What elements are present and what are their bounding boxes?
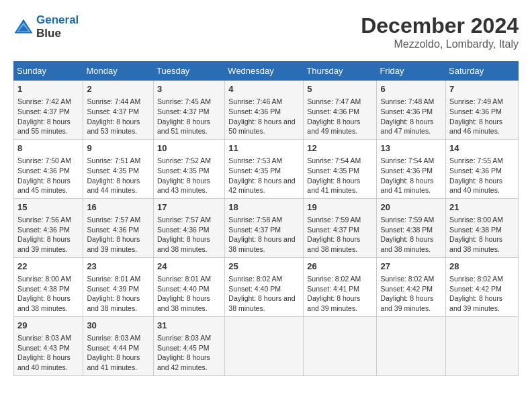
col-thursday: Thursday (304, 62, 377, 81)
cell-content: Sunrise: 7:53 AM Sunset: 4:35 PM Dayligh… (228, 156, 300, 195)
cell-content: Sunrise: 7:51 AM Sunset: 4:35 PM Dayligh… (87, 156, 150, 195)
cell-content: Sunrise: 8:03 AM Sunset: 4:45 PM Dayligh… (157, 333, 221, 373)
location: Mezzoldo, Lombardy, Italy (361, 38, 519, 50)
cell-content: Sunrise: 7:50 AM Sunset: 4:36 PM Dayligh… (17, 156, 79, 195)
calendar-table: Sunday Monday Tuesday Wednesday Thursday… (13, 61, 519, 376)
day-number: 2 (87, 83, 150, 95)
cell-content: Sunrise: 7:58 AM Sunset: 4:37 PM Dayligh… (228, 215, 300, 255)
day-number: 11 (228, 142, 300, 154)
day-number: 29 (17, 320, 79, 332)
day-number: 20 (380, 201, 442, 214)
calendar-row-3: 15 Sunrise: 7:56 AM Sunset: 4:36 PM Dayl… (14, 198, 519, 257)
calendar-cell: 25 Sunrise: 8:02 AM Sunset: 4:40 PM Dayl… (225, 257, 304, 316)
day-number: 14 (449, 142, 515, 154)
cell-content: Sunrise: 8:02 AM Sunset: 4:40 PM Dayligh… (228, 274, 300, 314)
calendar-row-2: 8 Sunrise: 7:50 AM Sunset: 4:36 PM Dayli… (14, 139, 519, 198)
month-year: December 2024 (361, 13, 519, 38)
calendar-cell: 23 Sunrise: 8:01 AM Sunset: 4:39 PM Dayl… (83, 257, 154, 316)
day-number: 12 (307, 142, 373, 154)
day-number: 1 (17, 83, 79, 95)
page-header: General Blue December 2024 Mezzoldo, Lom… (13, 13, 519, 50)
day-number: 19 (307, 201, 373, 214)
cell-content: Sunrise: 8:03 AM Sunset: 4:43 PM Dayligh… (17, 333, 79, 373)
col-monday: Monday (83, 62, 154, 81)
day-number: 22 (17, 261, 79, 273)
cell-content: Sunrise: 8:00 AM Sunset: 4:38 PM Dayligh… (449, 215, 515, 255)
cell-content: Sunrise: 8:01 AM Sunset: 4:40 PM Dayligh… (157, 274, 221, 314)
calendar-cell: 14 Sunrise: 7:55 AM Sunset: 4:36 PM Dayl… (446, 139, 519, 198)
day-number: 24 (157, 261, 221, 273)
day-number: 30 (87, 320, 150, 332)
col-wednesday: Wednesday (225, 62, 304, 81)
day-number: 15 (17, 201, 79, 214)
day-number: 10 (157, 142, 221, 154)
calendar-row-1: 1 Sunrise: 7:42 AM Sunset: 4:37 PM Dayli… (14, 81, 519, 140)
logo-text: General Blue (36, 13, 79, 40)
calendar-cell: 11 Sunrise: 7:53 AM Sunset: 4:35 PM Dayl… (225, 139, 304, 198)
calendar-cell: 8 Sunrise: 7:50 AM Sunset: 4:36 PM Dayli… (14, 139, 83, 198)
cell-content: Sunrise: 7:59 AM Sunset: 4:37 PM Dayligh… (307, 215, 373, 255)
day-number: 7 (449, 83, 515, 95)
logo: General Blue (13, 13, 79, 40)
calendar-cell (225, 316, 304, 375)
cell-content: Sunrise: 8:02 AM Sunset: 4:42 PM Dayligh… (449, 274, 515, 314)
cell-content: Sunrise: 7:57 AM Sunset: 4:36 PM Dayligh… (87, 215, 150, 255)
cell-content: Sunrise: 7:46 AM Sunset: 4:36 PM Dayligh… (228, 97, 300, 136)
day-number: 31 (157, 320, 221, 332)
col-sunday: Sunday (14, 62, 83, 81)
cell-content: Sunrise: 7:47 AM Sunset: 4:36 PM Dayligh… (307, 97, 373, 136)
header-row: Sunday Monday Tuesday Wednesday Thursday… (14, 62, 519, 81)
calendar-cell: 5 Sunrise: 7:47 AM Sunset: 4:36 PM Dayli… (304, 81, 377, 140)
calendar-cell: 21 Sunrise: 8:00 AM Sunset: 4:38 PM Dayl… (446, 198, 519, 257)
day-number: 23 (87, 261, 150, 273)
calendar-cell: 15 Sunrise: 7:56 AM Sunset: 4:36 PM Dayl… (14, 198, 83, 257)
calendar-cell (304, 316, 377, 375)
day-number: 6 (380, 83, 442, 95)
calendar-cell: 31 Sunrise: 8:03 AM Sunset: 4:45 PM Dayl… (153, 316, 224, 375)
day-number: 18 (228, 201, 300, 214)
day-number: 26 (307, 261, 373, 273)
day-number: 3 (157, 83, 221, 95)
day-number: 16 (87, 201, 150, 214)
col-friday: Friday (377, 62, 446, 81)
day-number: 13 (380, 142, 442, 154)
calendar-cell: 7 Sunrise: 7:49 AM Sunset: 4:36 PM Dayli… (446, 81, 519, 140)
day-number: 8 (17, 142, 79, 154)
cell-content: Sunrise: 8:01 AM Sunset: 4:39 PM Dayligh… (87, 274, 150, 314)
cell-content: Sunrise: 7:56 AM Sunset: 4:36 PM Dayligh… (17, 215, 79, 255)
calendar-cell: 6 Sunrise: 7:48 AM Sunset: 4:36 PM Dayli… (377, 81, 446, 140)
calendar-cell: 18 Sunrise: 7:58 AM Sunset: 4:37 PM Dayl… (225, 198, 304, 257)
calendar-row-5: 29 Sunrise: 8:03 AM Sunset: 4:43 PM Dayl… (14, 316, 519, 375)
cell-content: Sunrise: 7:54 AM Sunset: 4:36 PM Dayligh… (380, 156, 442, 195)
calendar-cell: 20 Sunrise: 7:59 AM Sunset: 4:38 PM Dayl… (377, 198, 446, 257)
day-number: 9 (87, 142, 150, 154)
calendar-cell: 16 Sunrise: 7:57 AM Sunset: 4:36 PM Dayl… (83, 198, 154, 257)
calendar-cell (377, 316, 446, 375)
cell-content: Sunrise: 7:44 AM Sunset: 4:37 PM Dayligh… (87, 97, 150, 136)
calendar-cell: 4 Sunrise: 7:46 AM Sunset: 4:36 PM Dayli… (225, 81, 304, 140)
calendar-cell: 3 Sunrise: 7:45 AM Sunset: 4:37 PM Dayli… (153, 81, 224, 140)
col-tuesday: Tuesday (153, 62, 224, 81)
day-number: 25 (228, 261, 300, 273)
calendar-cell: 12 Sunrise: 7:54 AM Sunset: 4:35 PM Dayl… (304, 139, 377, 198)
cell-content: Sunrise: 8:02 AM Sunset: 4:41 PM Dayligh… (307, 274, 373, 314)
calendar-header: Sunday Monday Tuesday Wednesday Thursday… (14, 62, 519, 81)
calendar-cell: 28 Sunrise: 8:02 AM Sunset: 4:42 PM Dayl… (446, 257, 519, 316)
cell-content: Sunrise: 7:59 AM Sunset: 4:38 PM Dayligh… (380, 215, 442, 255)
cell-content: Sunrise: 8:02 AM Sunset: 4:42 PM Dayligh… (380, 274, 442, 314)
cell-content: Sunrise: 8:00 AM Sunset: 4:38 PM Dayligh… (17, 274, 79, 314)
day-number: 4 (228, 83, 300, 95)
calendar-cell: 10 Sunrise: 7:52 AM Sunset: 4:35 PM Dayl… (153, 139, 224, 198)
day-number: 28 (449, 261, 515, 273)
calendar-cell: 30 Sunrise: 8:03 AM Sunset: 4:44 PM Dayl… (83, 316, 154, 375)
calendar-body: 1 Sunrise: 7:42 AM Sunset: 4:37 PM Dayli… (14, 81, 519, 376)
calendar-cell: 2 Sunrise: 7:44 AM Sunset: 4:37 PM Dayli… (83, 81, 154, 140)
calendar-cell (446, 316, 519, 375)
calendar-cell: 1 Sunrise: 7:42 AM Sunset: 4:37 PM Dayli… (14, 81, 83, 140)
cell-content: Sunrise: 7:45 AM Sunset: 4:37 PM Dayligh… (157, 97, 221, 136)
calendar-cell: 27 Sunrise: 8:02 AM Sunset: 4:42 PM Dayl… (377, 257, 446, 316)
cell-content: Sunrise: 8:03 AM Sunset: 4:44 PM Dayligh… (87, 333, 150, 373)
calendar-cell: 13 Sunrise: 7:54 AM Sunset: 4:36 PM Dayl… (377, 139, 446, 198)
title-block: December 2024 Mezzoldo, Lombardy, Italy (361, 13, 519, 50)
day-number: 27 (380, 261, 442, 273)
